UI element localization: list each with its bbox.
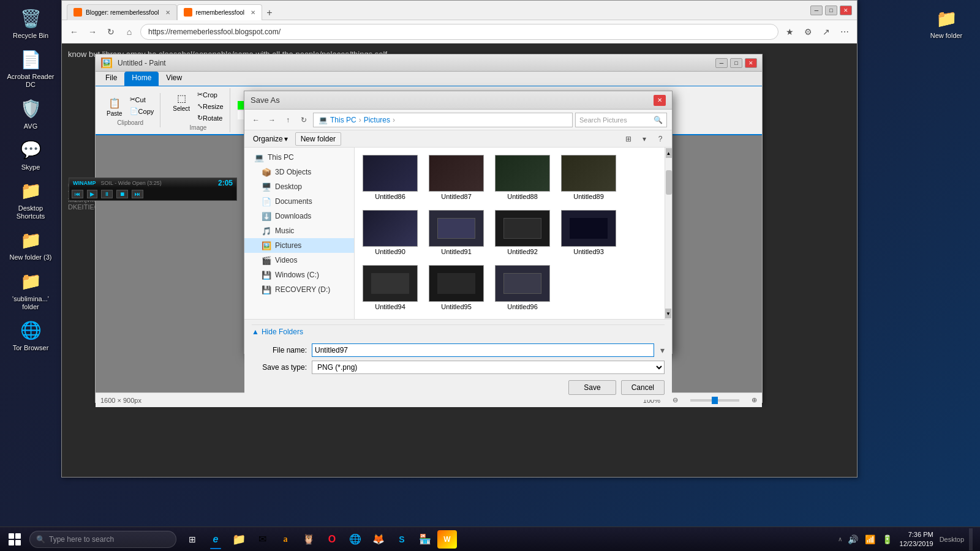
browser-share[interactable]: ↗ <box>819 24 834 39</box>
sidebar-documents[interactable]: 📄 Documents <box>244 194 354 209</box>
sidebar-pictures[interactable]: 🖼️ Pictures <box>244 238 354 253</box>
ribbon-tab-view[interactable]: View <box>159 72 189 86</box>
browser-minimize[interactable]: ─ <box>810 6 823 15</box>
dialog-close-button[interactable]: ✕ <box>654 95 666 106</box>
tab2-close[interactable]: ✕ <box>251 9 255 16</box>
sidebar-videos[interactable]: 🎬 Videos <box>244 253 354 268</box>
breadcrumb-root[interactable]: This PC <box>330 116 356 124</box>
browser-extensions[interactable]: ⚙ <box>801 24 815 39</box>
sidebar-windows-c[interactable]: 💾 Windows (C:) <box>244 268 354 282</box>
sidebar-3d-objects[interactable]: 📦 3D Objects <box>244 165 354 179</box>
file-untitled93[interactable]: Untitled93 <box>558 208 619 258</box>
filename-dropdown-icon[interactable]: ▾ <box>660 345 665 355</box>
paint-minimize[interactable]: ─ <box>715 58 728 68</box>
rotate-button[interactable]: ↻ Rotate <box>195 113 226 123</box>
cut-button[interactable]: ✂ Cut <box>127 94 157 105</box>
taskbar-mail[interactable]: ✉ <box>251 528 273 550</box>
system-clock[interactable]: 7:36 PM 12/23/2019 <box>897 530 936 548</box>
file-untitled92[interactable]: Untitled92 <box>492 208 553 258</box>
taskbar-explorer[interactable]: 📁 <box>228 528 250 550</box>
search-box[interactable]: Search Pictures 🔍 <box>575 113 667 127</box>
file-untitled94[interactable]: Untitled94 <box>360 263 421 313</box>
crop-button[interactable]: ✂ Crop <box>195 89 226 100</box>
browser-bookmark[interactable]: ★ <box>782 24 797 39</box>
file-untitled96[interactable]: Untitled96 <box>492 263 553 313</box>
copy-button[interactable]: 📄 Copy <box>127 106 157 116</box>
tray-network[interactable]: 📶 <box>864 533 876 545</box>
file-untitled86[interactable]: Untitled86 <box>360 152 421 203</box>
address-bar[interactable]: https://rememeberlessfool.blogspot.com/ <box>140 24 778 40</box>
browser-refresh[interactable]: ↻ <box>104 24 118 39</box>
recycle-bin-icon[interactable]: 🗑️ Recycle Bin <box>3 4 58 42</box>
ribbon-tab-file[interactable]: File <box>98 72 124 86</box>
sidebar-desktop[interactable]: 🖥️ Desktop <box>244 179 354 194</box>
file-untitled91[interactable]: Untitled91 <box>426 208 487 258</box>
file-untitled88[interactable]: Untitled88 <box>492 152 553 203</box>
subliminal-folder-icon[interactable]: 📁 'sublimina...' folder <box>3 267 58 313</box>
winamp-play[interactable]: ▶ <box>87 190 97 198</box>
taskbar-tripadvisor[interactable]: 🦉 <box>298 528 320 550</box>
sidebar-recovery-d[interactable]: 💾 RECOVERY (D:) <box>244 282 354 297</box>
dialog-forward[interactable]: → <box>265 113 279 127</box>
browser-close[interactable]: ✕ <box>840 6 852 15</box>
zoom-slider[interactable] <box>690 399 739 402</box>
dialog-refresh[interactable]: ↻ <box>297 113 311 127</box>
scroll-down[interactable]: ▼ <box>665 309 671 318</box>
cancel-button[interactable]: Cancel <box>621 380 665 395</box>
desktop-label[interactable]: Desktop <box>940 536 964 543</box>
hide-folders-toggle[interactable]: ▲ Hide Folders <box>252 324 665 339</box>
taskbar-firefox[interactable]: 🦊 <box>368 528 390 550</box>
taskbar-amazon[interactable]: a <box>274 528 296 550</box>
winamp-stop[interactable]: ⏹ <box>116 190 128 198</box>
paste-button[interactable]: 📋 Paste <box>104 94 125 118</box>
browser-home[interactable]: ⌂ <box>122 24 137 39</box>
new-tab-button[interactable]: + <box>262 6 277 20</box>
sidebar-downloads[interactable]: ⬇️ Downloads <box>244 209 354 223</box>
resize-button[interactable]: ⤡ Resize <box>195 101 226 111</box>
winamp-prev[interactable]: ⏮ <box>72 190 83 198</box>
view-options-button[interactable]: ⊞ <box>622 132 635 146</box>
new-folder-right-icon[interactable]: 📁 New folder <box>919 4 974 42</box>
desktop-shortcuts-icon[interactable]: 📁 Desktop Shortcuts <box>3 176 58 223</box>
file-untitled90[interactable]: Untitled90 <box>360 208 421 258</box>
sidebar-this-pc[interactable]: 💻 This PC <box>244 150 354 165</box>
tray-battery[interactable]: 🔋 <box>881 533 894 545</box>
file-name-input[interactable] <box>312 343 654 357</box>
winamp-next[interactable]: ⏭ <box>132 190 143 198</box>
scroll-up[interactable]: ▲ <box>666 148 672 158</box>
file-untitled95[interactable]: Untitled95 <box>426 263 487 313</box>
system-tray-arrow[interactable]: ∧ <box>838 536 842 542</box>
organize-button[interactable]: Organize ▾ <box>249 133 292 144</box>
browser-maximize[interactable]: □ <box>825 6 837 15</box>
dialog-help-button[interactable]: ? <box>654 132 667 146</box>
save-type-select[interactable]: PNG (*.png) <box>312 361 665 374</box>
browser-forward[interactable]: → <box>85 24 100 39</box>
zoom-thumb[interactable] <box>712 397 718 404</box>
tab1-close[interactable]: ✕ <box>165 9 170 16</box>
taskbar-winstore[interactable]: 🏪 <box>414 528 436 550</box>
paint-maximize[interactable]: □ <box>730 58 742 68</box>
taskbar-search[interactable]: 🔍 Type here to search <box>29 531 176 548</box>
taskbar-skype[interactable]: S <box>391 528 413 550</box>
ribbon-tab-home[interactable]: Home <box>124 72 159 86</box>
avg-icon[interactable]: 🛡️ AVG <box>3 94 58 133</box>
taskbar-edge[interactable]: e <box>205 528 227 550</box>
breadcrumb-folder[interactable]: Pictures <box>364 116 390 124</box>
select-button[interactable]: ⬚ Select <box>170 89 192 123</box>
tray-speaker[interactable]: 🔊 <box>847 533 859 545</box>
dialog-scrollbar[interactable]: ▲ ▼ <box>665 148 672 319</box>
browser-tab-2[interactable]: rememberlessfool ✕ <box>177 4 262 20</box>
show-desktop-button[interactable] <box>969 528 973 550</box>
skype-desktop-icon[interactable]: 💬 Skype <box>3 135 58 174</box>
browser-tab-1[interactable]: Blogger: rememberlessfool ✕ <box>67 4 177 20</box>
file-untitled89[interactable]: Untitled89 <box>558 152 619 203</box>
browser-menu[interactable]: ⋯ <box>837 24 852 39</box>
new-folder-3-icon[interactable]: 📁 New folder (3) <box>3 225 58 264</box>
paint-close[interactable]: ✕ <box>745 58 757 68</box>
taskbar-browser2[interactable]: 🌐 <box>344 528 366 550</box>
winamp-pause[interactable]: ⏸ <box>101 190 113 198</box>
acrobat-reader-icon[interactable]: 📄 Acrobat Reader DC <box>3 45 58 91</box>
dialog-back[interactable]: ← <box>249 113 263 127</box>
start-button[interactable] <box>2 528 27 550</box>
save-button[interactable]: Save <box>568 380 616 395</box>
